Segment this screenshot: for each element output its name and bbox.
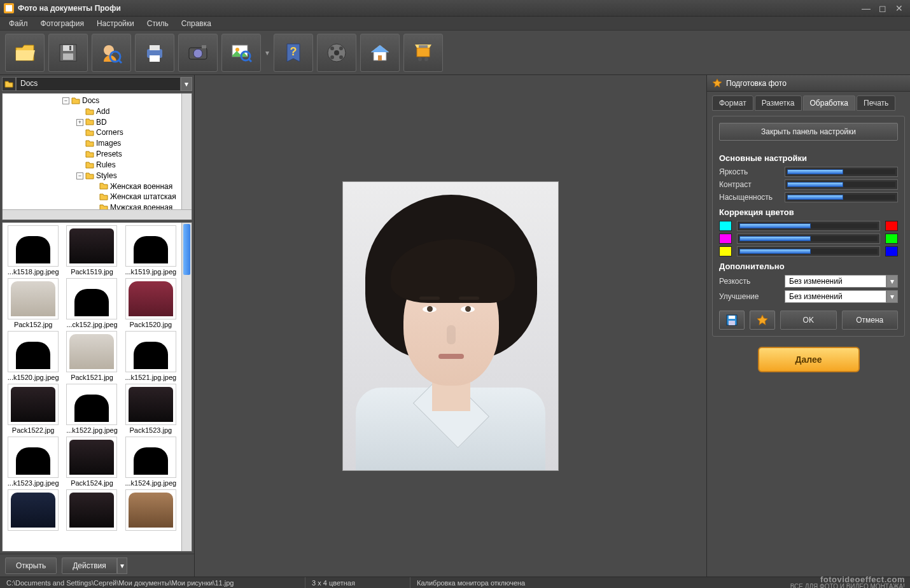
- menu-Фотография[interactable]: Фотография: [34, 17, 90, 30]
- thumbnails-panel: ...k1518.jpg.jpegPack1519.jpg...k1519.jp…: [2, 222, 192, 552]
- ok-button[interactable]: OK: [780, 311, 837, 330]
- thumbnail[interactable]: [64, 489, 120, 532]
- saturation-slider[interactable]: [785, 192, 898, 202]
- favorite-button[interactable]: [750, 311, 775, 330]
- tree-item[interactable]: Styles: [96, 171, 117, 180]
- tree-item[interactable]: Женская военная: [110, 181, 172, 190]
- color-swatch-right: [885, 234, 898, 244]
- color-slider-0[interactable]: [737, 221, 880, 231]
- svg-point-23: [339, 46, 343, 50]
- contrast-label: Контраст: [719, 180, 780, 189]
- svg-point-22: [330, 46, 334, 50]
- tab-Формат[interactable]: Формат: [712, 95, 753, 111]
- thumbnail[interactable]: Pack152.jpg: [5, 278, 61, 328]
- thumbnail[interactable]: Pack1524.jpg: [64, 437, 120, 487]
- folder-tree[interactable]: −Docs Add+BDCornersImagesPresetsRules−St…: [2, 93, 192, 220]
- svg-point-25: [339, 55, 343, 59]
- photo-preview: [342, 181, 559, 471]
- thumbs-scrollbar[interactable]: [181, 223, 192, 551]
- status-calibration: Калибровка монитора отключена: [410, 577, 601, 588]
- svg-rect-30: [419, 45, 428, 48]
- tab-Печать[interactable]: Печать: [857, 95, 895, 111]
- svg-rect-33: [729, 321, 735, 325]
- thumbnail[interactable]: Pack1522.jpg: [5, 384, 61, 434]
- thumbnail[interactable]: Pack1520.jpg: [123, 278, 179, 328]
- menu-Настройки[interactable]: Настройки: [90, 17, 141, 30]
- thumbnail[interactable]: ...k1520.jpg.jpeg: [5, 331, 61, 381]
- enhance-label: Улучшение: [719, 292, 780, 301]
- actions-button[interactable]: Действия: [62, 557, 117, 574]
- menu-bar: ФайлФотографияНастройкиСтильСправка: [0, 17, 910, 31]
- right-panel-title: Подготовка фото: [726, 79, 787, 88]
- tab-Разметка[interactable]: Разметка: [755, 95, 802, 111]
- thumbnail[interactable]: [5, 489, 61, 532]
- thumbnail[interactable]: ...k1522.jpg.jpeg: [64, 384, 120, 434]
- svg-rect-14: [202, 45, 206, 48]
- thumbnail[interactable]: ...k1518.jpg.jpeg: [5, 225, 61, 276]
- save-preset-button[interactable]: [719, 311, 745, 330]
- menu-Файл[interactable]: Файл: [3, 17, 34, 30]
- brightness-slider[interactable]: [785, 167, 898, 177]
- help-button[interactable]: ?: [274, 34, 313, 72]
- cart-button[interactable]: [403, 34, 443, 72]
- thumbnail[interactable]: ...k1521.jpg.jpeg: [123, 331, 179, 381]
- find-photo-button[interactable]: [221, 34, 261, 72]
- right-panel: Подготовка фото ФорматРазметкаОбработкаП…: [706, 75, 910, 577]
- tree-scrollbar[interactable]: [181, 94, 192, 209]
- sharpness-select[interactable]: Без изменений▾: [785, 275, 898, 288]
- thumbnail[interactable]: Pack1519.jpg: [64, 225, 120, 276]
- tree-item[interactable]: Женская штатская: [110, 192, 176, 201]
- tree-root[interactable]: Docs: [82, 96, 99, 105]
- actions-dropdown[interactable]: ▾: [117, 557, 127, 574]
- contrast-slider[interactable]: [785, 179, 898, 190]
- tree-item[interactable]: Images: [96, 139, 121, 148]
- path-input[interactable]: Docs: [16, 77, 181, 91]
- svg-rect-27: [417, 48, 430, 57]
- status-path: C:\Documents and Settings\Сергей\Мои док…: [0, 577, 305, 588]
- preview-user-button[interactable]: [92, 34, 131, 72]
- menu-Справка[interactable]: Справка: [175, 17, 218, 30]
- thumbnail[interactable]: ...k1524.jpg.jpeg: [123, 437, 179, 487]
- brightness-label: Яркость: [719, 167, 780, 176]
- svg-point-6: [104, 45, 114, 55]
- camera-button[interactable]: [178, 34, 218, 72]
- print-button[interactable]: [135, 34, 174, 72]
- path-dropdown-button[interactable]: ▾: [181, 77, 192, 91]
- enhance-select[interactable]: Без изменений▾: [785, 290, 898, 303]
- color-section-title: Коррекция цветов: [719, 207, 898, 217]
- svg-point-28: [418, 57, 422, 61]
- tree-item[interactable]: Add: [96, 107, 109, 116]
- thumbnail[interactable]: Pack1523.jpg: [123, 384, 179, 434]
- thumbnail[interactable]: Pack1521.jpg: [64, 331, 120, 381]
- tree-item[interactable]: BD: [96, 117, 107, 126]
- svg-rect-1: [6, 5, 12, 11]
- tree-item[interactable]: Corners: [96, 128, 123, 137]
- thumbnail[interactable]: ...k1519.jpg.jpeg: [123, 225, 179, 276]
- thumbnail[interactable]: [123, 489, 179, 532]
- extra-section-title: Дополнительно: [719, 262, 898, 271]
- close-button[interactable]: ✕: [892, 3, 906, 13]
- close-settings-button[interactable]: Закрыть панель настройки: [719, 123, 898, 141]
- svg-rect-26: [378, 55, 382, 60]
- color-swatch-left: [719, 234, 732, 244]
- next-button[interactable]: Далее: [758, 347, 860, 372]
- color-slider-2[interactable]: [737, 246, 880, 256]
- tree-hscrollbar[interactable]: [3, 209, 192, 220]
- tree-item[interactable]: Presets: [96, 150, 122, 158]
- cancel-button[interactable]: Отмена: [842, 311, 899, 330]
- video-button[interactable]: [317, 34, 356, 72]
- maximize-button[interactable]: ◻: [876, 3, 890, 13]
- tab-Обработка[interactable]: Обработка: [803, 95, 856, 111]
- home-button[interactable]: [360, 34, 400, 72]
- thumbnail[interactable]: ...k1523.jpg.jpeg: [5, 437, 61, 487]
- menu-Стиль[interactable]: Стиль: [141, 17, 175, 30]
- save-button[interactable]: [48, 34, 88, 72]
- watermark: fotovideoeffect.com ВСЕ ДЛЯ ФОТО И ВИДЕО…: [790, 575, 910, 588]
- minimize-button[interactable]: —: [859, 3, 873, 13]
- svg-rect-32: [729, 316, 735, 319]
- color-slider-1[interactable]: [737, 234, 880, 244]
- thumbnail[interactable]: ...ck152.jpg.jpeg: [64, 278, 120, 328]
- open-button[interactable]: Открыть: [5, 557, 57, 574]
- tree-item[interactable]: Rules: [96, 160, 116, 169]
- open-folder-button[interactable]: [5, 34, 45, 72]
